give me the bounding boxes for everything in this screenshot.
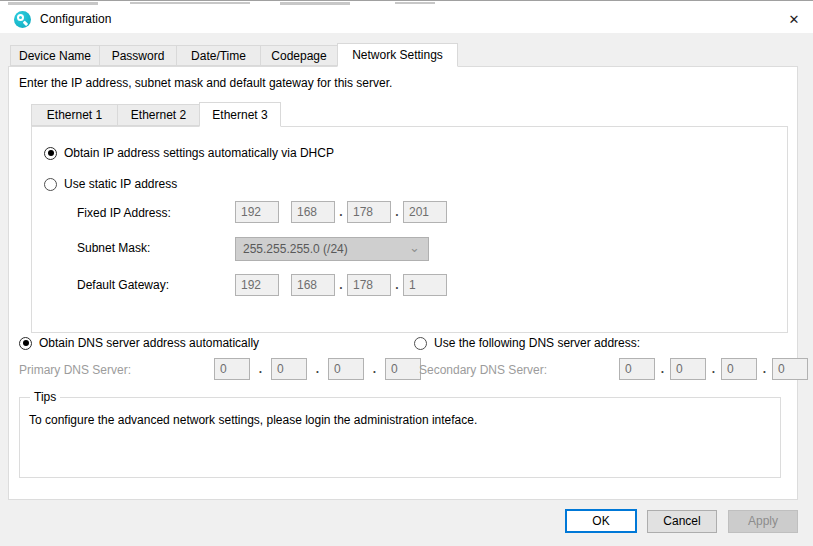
gateway-octets: 192 168 . 178 . 1	[235, 274, 447, 296]
subnet-mask-dropdown[interactable]: 255.255.255.0 (/24) ⌄	[235, 237, 429, 261]
default-gateway-label: Default Gateway:	[77, 278, 169, 292]
ethernet-3-panel: Obtain IP address settings automatically…	[31, 126, 788, 333]
dns-manual-radio-label: Use the following DNS server address:	[434, 336, 640, 350]
cancel-button[interactable]: Cancel	[647, 510, 717, 533]
octet-separator: .	[757, 362, 772, 376]
primary-dns-octet-2[interactable]: 0	[271, 358, 307, 380]
secondary-dns-octet-2[interactable]: 0	[670, 358, 706, 380]
octet-separator: .	[335, 278, 347, 292]
primary-dns-octet-1[interactable]: 0	[214, 358, 250, 380]
background-artifact	[130, 2, 250, 4]
dns-auto-radio[interactable]	[19, 337, 32, 350]
fixed-ip-label: Fixed IP Address:	[77, 206, 171, 220]
dns-auto-radio-row: Obtain DNS server address automatically	[19, 336, 259, 350]
magnifier-handle-icon	[23, 21, 28, 26]
tips-groupbox: Tips To configure the advanced network s…	[19, 397, 781, 478]
tips-groupbox-title: Tips	[30, 390, 60, 404]
fixed-ip-octet-1[interactable]: 192	[235, 201, 279, 223]
gateway-octet-4[interactable]: 1	[403, 274, 447, 296]
octet-separator: .	[364, 362, 385, 376]
tab-date-time[interactable]: Date/Time	[176, 45, 261, 66]
dns-auto-radio-label: Obtain DNS server address automatically	[39, 336, 259, 350]
octet-separator: .	[391, 278, 403, 292]
secondary-dns-label: Secondary DNS Server:	[419, 363, 547, 377]
secondary-dns-octet-3[interactable]: 0	[721, 358, 757, 380]
fixed-ip-octets: 192 168 . 178 . 201	[235, 201, 447, 223]
tab-device-name[interactable]: Device Name	[10, 45, 100, 66]
title-bar: Configuration ✕	[0, 5, 813, 33]
background-artifact	[395, 2, 435, 4]
dns-manual-radio[interactable]	[414, 337, 427, 350]
octet-separator: .	[250, 362, 271, 376]
tab-password[interactable]: Password	[99, 45, 177, 66]
gateway-octet-3[interactable]: 178	[347, 274, 391, 296]
ethernet-tab-strip: Ethernet 1 Ethernet 2 Ethernet 3	[31, 104, 280, 127]
secondary-dns-octets: 0 . 0 . 0 . 0	[619, 358, 808, 380]
dhcp-radio-row: Obtain IP address settings automatically…	[44, 146, 334, 160]
qfinder-app-icon	[14, 11, 31, 28]
tab-ethernet-2[interactable]: Ethernet 2	[117, 104, 200, 126]
dhcp-radio[interactable]	[44, 147, 57, 160]
static-ip-radio-label: Use static IP address	[64, 177, 177, 191]
tips-text: To configure the advanced network settin…	[29, 413, 477, 427]
subnet-mask-label: Subnet Mask:	[77, 241, 150, 255]
apply-button[interactable]: Apply	[728, 510, 798, 533]
instruction-text: Enter the IP address, subnet mask and de…	[19, 76, 392, 90]
primary-dns-octets: 0 . 0 . 0 . 0	[214, 358, 421, 380]
fixed-ip-octet-2[interactable]: 168	[291, 201, 335, 223]
close-icon[interactable]: ✕	[784, 10, 804, 30]
tab-network-settings[interactable]: Network Settings	[337, 43, 458, 67]
main-tab-strip: Device Name Password Date/Time Codepage …	[10, 45, 457, 67]
chevron-down-icon: ⌄	[409, 237, 420, 259]
ok-button[interactable]: OK	[565, 509, 637, 533]
secondary-dns-octet-1[interactable]: 0	[619, 358, 655, 380]
dhcp-radio-label: Obtain IP address settings automatically…	[64, 146, 334, 160]
configuration-dialog: Configuration ✕ Device Name Password Dat…	[0, 0, 813, 546]
magnifier-lens-icon	[17, 14, 24, 21]
subnet-mask-value: 255.255.255.0 (/24)	[243, 242, 348, 256]
tab-ethernet-3[interactable]: Ethernet 3	[199, 102, 281, 127]
fixed-ip-octet-4[interactable]: 201	[403, 201, 447, 223]
gateway-octet-1[interactable]: 192	[235, 274, 279, 296]
fixed-ip-octet-3[interactable]: 178	[347, 201, 391, 223]
tab-codepage[interactable]: Codepage	[260, 45, 338, 66]
secondary-dns-octet-4[interactable]: 0	[772, 358, 808, 380]
window-title: Configuration	[40, 12, 111, 26]
octet-separator: .	[655, 362, 670, 376]
static-ip-radio[interactable]	[44, 178, 57, 191]
dns-manual-radio-row: Use the following DNS server address:	[414, 336, 640, 350]
octet-separator: .	[335, 205, 347, 219]
primary-dns-label: Primary DNS Server:	[19, 363, 131, 377]
primary-dns-octet-3[interactable]: 0	[328, 358, 364, 380]
primary-dns-octet-4[interactable]: 0	[385, 358, 421, 380]
octet-separator: .	[706, 362, 721, 376]
tab-ethernet-1[interactable]: Ethernet 1	[31, 104, 118, 126]
octet-separator: .	[391, 205, 403, 219]
octet-separator: .	[307, 362, 328, 376]
network-settings-page: Enter the IP address, subnet mask and de…	[8, 66, 798, 500]
static-ip-radio-row: Use static IP address	[44, 177, 177, 191]
gateway-octet-2[interactable]: 168	[291, 274, 335, 296]
